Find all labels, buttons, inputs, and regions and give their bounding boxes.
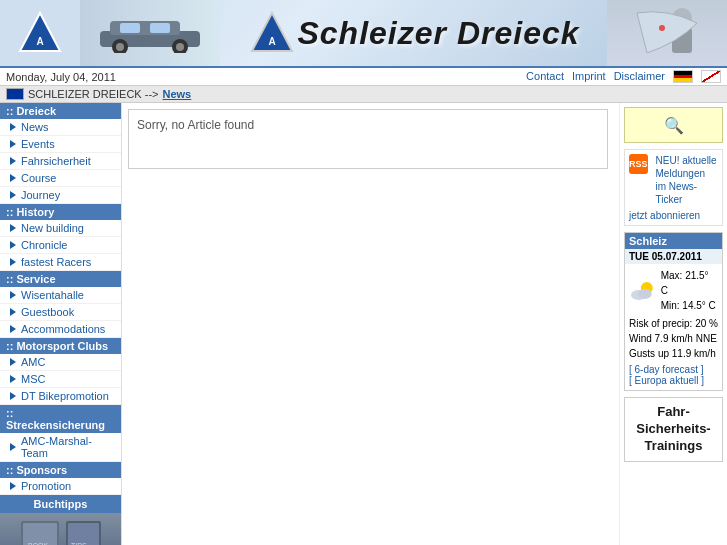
arrow-icon xyxy=(10,375,18,383)
weather-wind: Wind 7.9 km/h NNE xyxy=(629,331,718,346)
weather-max-temp: Max: 21.5° C xyxy=(661,268,718,298)
sidebar-section-motorsport: :: Motorsport Clubs xyxy=(0,338,121,354)
arrow-icon xyxy=(10,191,18,199)
flag-uk[interactable] xyxy=(701,70,721,83)
sidebar-item-amc[interactable]: AMC xyxy=(0,354,121,371)
sidebar-item-wisentahalle[interactable]: Wisentahalle xyxy=(0,287,121,304)
arrow-icon xyxy=(10,358,18,366)
no-article-message: Sorry, no Article found xyxy=(137,118,254,132)
header-logo-left: A xyxy=(0,0,80,67)
svg-text:A: A xyxy=(269,36,276,47)
flag-uk-nav xyxy=(6,88,24,100)
svg-rect-9 xyxy=(150,23,170,33)
site-header: A A Schleizer Dreieck xyxy=(0,0,727,68)
arrow-icon xyxy=(10,392,18,400)
header-logo-center: A xyxy=(247,8,297,58)
fahr-line2: Sicherheits- xyxy=(629,421,718,438)
sidebar-item-events[interactable]: Events xyxy=(0,136,121,153)
arrow-icon xyxy=(10,308,18,316)
svg-text:BOOK: BOOK xyxy=(28,542,49,546)
sidebar-item-promotion[interactable]: Promotion xyxy=(0,478,121,495)
article-box: Sorry, no Article found xyxy=(128,109,608,169)
flag-de[interactable] xyxy=(673,70,693,83)
weather-content: Max: 21.5° C Min: 14.5° C Risk of precip… xyxy=(625,264,722,390)
weather-gusts: Gusts up 11.9 km/h xyxy=(629,346,718,361)
sidebar-section-sponsors: :: Sponsors xyxy=(0,462,121,478)
disclaimer-link[interactable]: Disclaimer xyxy=(614,70,665,83)
search-box: 🔍 xyxy=(624,107,723,143)
sidebar-item-amc-marshal[interactable]: AMC-Marshal-Team xyxy=(0,433,121,462)
sidebar-item-msc[interactable]: MSC xyxy=(0,371,121,388)
weather-date: TUE 05.07.2011 xyxy=(625,249,722,264)
site-title: Schleizer Dreieck xyxy=(297,15,579,52)
imprint-link[interactable]: Imprint xyxy=(572,70,606,83)
svg-text:TIPS: TIPS xyxy=(71,542,87,546)
sidebar-item-guestbook[interactable]: Guestbook xyxy=(0,304,121,321)
navbar: SCHLEIZER DREIECK --> News xyxy=(0,86,727,103)
arrow-icon xyxy=(10,482,18,490)
sidebar-item-dt-bikepromotion[interactable]: DT Bikepromotion xyxy=(0,388,121,405)
sidebar-section-history: :: History xyxy=(0,204,121,220)
weather-min-temp: Min: 14.5° C xyxy=(661,298,718,313)
topbar-date: Monday, July 04, 2011 xyxy=(6,71,116,83)
sidebar-section-service: :: Service xyxy=(0,271,121,287)
sidebar-item-course[interactable]: Course xyxy=(0,170,121,187)
sidebar-section-dreieck: :: Dreieck xyxy=(0,103,121,119)
weather-precip: Risk of precip: 20 % xyxy=(629,316,718,331)
right-sidebar: 🔍 RSS NEU! aktuelle Meldungen im News-Ti… xyxy=(619,103,727,545)
fahr-line1: Fahr- xyxy=(629,404,718,421)
news-ticker-box: RSS NEU! aktuelle Meldungen im News-Tick… xyxy=(624,149,723,226)
search-icon[interactable]: 🔍 xyxy=(664,116,684,135)
arrow-icon xyxy=(10,325,18,333)
topbar: Monday, July 04, 2011 Contact Imprint Di… xyxy=(0,68,727,86)
rss-icon: RSS xyxy=(629,154,648,174)
svg-point-23 xyxy=(638,289,652,299)
sidebar-buchtipps-header: Buchtipps xyxy=(0,495,121,513)
topbar-links: Contact Imprint Disclaimer xyxy=(526,70,721,83)
content-area: Sorry, no Article found xyxy=(122,103,619,545)
weather-icon-row: Max: 21.5° C Min: 14.5° C xyxy=(629,268,718,313)
header-car-image xyxy=(80,0,220,67)
sidebar-item-news[interactable]: News xyxy=(0,119,121,136)
weather-box: Schleiz TUE 05.07.2011 Max: 21.5° C Min:… xyxy=(624,232,723,391)
forecast-link[interactable]: [ 6-day forecast ] xyxy=(629,364,703,375)
sidebar-item-new-building[interactable]: New building xyxy=(0,220,121,237)
news-nav-link[interactable]: News xyxy=(163,88,192,100)
weather-temps: Max: 21.5° C Min: 14.5° C xyxy=(661,268,718,313)
fahr-box: Fahr- Sicherheits- Trainings xyxy=(624,397,723,462)
abonnieren-link[interactable]: jetzt abonnieren xyxy=(629,210,718,221)
header-title-area: A Schleizer Dreieck xyxy=(220,8,607,58)
arrow-icon xyxy=(10,241,18,249)
arrow-icon xyxy=(10,157,18,165)
arrow-icon xyxy=(10,140,18,148)
arrow-icon xyxy=(10,443,18,451)
arrow-icon xyxy=(10,123,18,131)
sidebar-item-journey[interactable]: Journey xyxy=(0,187,121,204)
europa-link[interactable]: [ Europa aktuell ] xyxy=(629,375,704,386)
contact-link[interactable]: Contact xyxy=(526,70,564,83)
svg-rect-8 xyxy=(120,23,140,33)
sidebar-section-streckensicherung: :: Streckensicherung xyxy=(0,405,121,433)
site-name-label: SCHLEIZER DREIECK --> xyxy=(28,88,159,100)
sidebar-item-accommodations[interactable]: Accommodations xyxy=(0,321,121,338)
header-right-image xyxy=(607,0,727,67)
sidebar-item-fastest-racers[interactable]: fastest Racers xyxy=(0,254,121,271)
arrow-icon xyxy=(10,258,18,266)
news-ticker-text: NEU! aktuelle Meldungen im News-Ticker xyxy=(656,154,718,206)
weather-city: Schleiz xyxy=(625,233,722,249)
svg-point-6 xyxy=(176,43,184,51)
fahr-line3: Trainings xyxy=(629,438,718,455)
arrow-icon xyxy=(10,224,18,232)
arrow-icon xyxy=(10,174,18,182)
sidebar-item-fahrsicherheit[interactable]: Fahrsicherheit xyxy=(0,153,121,170)
svg-point-14 xyxy=(659,25,665,31)
weather-sun-cloud-icon xyxy=(629,280,657,302)
svg-text:A: A xyxy=(36,36,43,47)
sidebar-item-chronicle[interactable]: Chronicle xyxy=(0,237,121,254)
sidebar-book-image: BOOK TIPS xyxy=(0,513,121,545)
svg-point-4 xyxy=(116,43,124,51)
main-layout: :: Dreieck News Events Fahrsicherheit Co… xyxy=(0,103,727,545)
arrow-icon xyxy=(10,291,18,299)
sidebar: :: Dreieck News Events Fahrsicherheit Co… xyxy=(0,103,122,545)
